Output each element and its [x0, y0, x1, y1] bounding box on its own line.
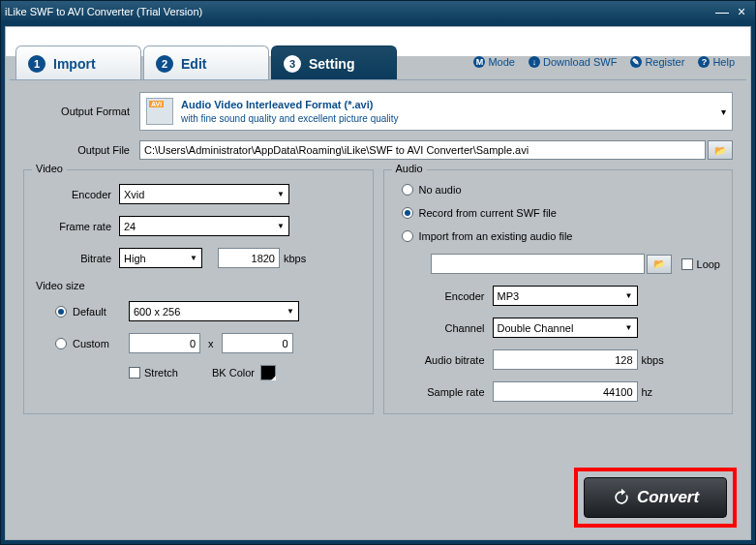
video-bitrate-preset-select[interactable]: High▼	[119, 248, 202, 268]
video-bitrate-label: Bitrate	[36, 253, 119, 264]
x-separator: x	[208, 338, 214, 349]
chevron-down-icon: ▼	[625, 323, 633, 332]
chevron-down-icon: ▼	[277, 222, 285, 230]
close-icon[interactable]: ×	[732, 4, 751, 19]
chevron-down-icon: ▼	[190, 254, 197, 262]
import-audio-label: Import from an existing audio file	[419, 230, 573, 242]
convert-highlight: Convert	[574, 468, 737, 528]
hz-unit: hz	[642, 386, 653, 398]
window-title: iLike SWF to AVI Converter (Trial Versio…	[5, 6, 202, 17]
step-1-icon: 1	[28, 55, 45, 73]
custom-label: Custom	[73, 338, 129, 349]
chevron-down-icon: ▾	[721, 106, 726, 117]
samplerate-input[interactable]	[493, 381, 638, 402]
output-format-label: Output Format	[23, 106, 139, 117]
mode-icon: M	[473, 56, 485, 68]
title-bar: iLike SWF to AVI Converter (Trial Versio…	[1, 1, 755, 22]
loop-checkbox[interactable]	[681, 258, 693, 270]
mode-link[interactable]: MMode	[473, 56, 515, 68]
bkcolor-swatch[interactable]	[260, 365, 276, 380]
framerate-label: Frame rate	[36, 221, 119, 232]
no-audio-radio[interactable]	[402, 184, 413, 196]
chevron-down-icon: ▼	[277, 190, 285, 198]
audio-legend: Audio	[392, 163, 427, 174]
no-audio-label: No audio	[419, 184, 462, 196]
audio-file-input[interactable]	[431, 254, 645, 274]
tab-label: Import	[53, 56, 96, 72]
format-title: Audio Video Interleaved Format (*.avi)	[181, 98, 399, 111]
samplerate-label: Sample rate	[396, 386, 493, 398]
download-icon: ↓	[529, 56, 540, 68]
avi-icon: AVI	[146, 98, 173, 125]
framerate-select[interactable]: 24▼	[119, 216, 289, 236]
output-file-input[interactable]	[139, 140, 706, 160]
audio-group: Audio No audio Record from current SWF f…	[383, 169, 734, 414]
register-link[interactable]: ✎Register	[630, 56, 684, 68]
step-2-icon: 2	[156, 55, 173, 73]
custom-size-radio[interactable]	[55, 338, 67, 349]
default-size-radio[interactable]	[55, 306, 67, 318]
audio-browse-button[interactable]: 📂	[647, 255, 672, 274]
convert-icon	[612, 488, 631, 507]
tab-label: Setting	[309, 56, 354, 72]
help-link[interactable]: ?Help	[698, 56, 735, 68]
minimize-icon[interactable]: —	[712, 4, 732, 19]
tab-import[interactable]: 1 Import	[15, 45, 141, 80]
chevron-down-icon: ▼	[625, 291, 633, 300]
browse-button[interactable]: 📂	[708, 140, 733, 160]
output-file-label: Output File	[23, 144, 139, 156]
stretch-label: Stretch	[144, 367, 212, 378]
record-audio-radio[interactable]	[402, 207, 413, 219]
folder-icon: 📂	[714, 145, 726, 156]
channel-select[interactable]: Double Channel▼	[493, 318, 638, 338]
custom-height-input[interactable]	[222, 333, 293, 353]
video-legend: Video	[32, 163, 67, 174]
register-icon: ✎	[630, 56, 642, 68]
format-subtitle: with fine sound quality and excellent pi…	[181, 112, 399, 125]
record-audio-label: Record from current SWF file	[419, 207, 557, 219]
tab-setting[interactable]: 3 Setting	[271, 45, 397, 80]
default-size-select[interactable]: 600 x 256▼	[129, 301, 299, 321]
import-audio-radio[interactable]	[402, 230, 413, 242]
audio-bitrate-input[interactable]	[493, 349, 638, 370]
video-size-label: Video size	[36, 280, 361, 291]
step-3-icon: 3	[284, 55, 301, 73]
help-icon: ?	[698, 56, 710, 68]
tab-edit[interactable]: 2 Edit	[143, 45, 269, 80]
default-label: Default	[73, 306, 129, 318]
convert-label: Convert	[637, 488, 699, 507]
loop-label: Loop	[697, 258, 720, 270]
custom-width-input[interactable]	[129, 333, 200, 353]
kbps-unit: kbps	[642, 354, 664, 366]
convert-button[interactable]: Convert	[584, 477, 727, 518]
audio-encoder-label: Encoder	[396, 290, 493, 302]
folder-icon: 📂	[653, 258, 665, 269]
stretch-checkbox[interactable]	[129, 367, 140, 378]
channel-label: Channel	[396, 322, 493, 334]
video-encoder-label: Encoder	[36, 189, 119, 200]
kbps-unit: kbps	[284, 253, 306, 264]
chevron-down-icon: ▼	[287, 307, 294, 316]
tab-label: Edit	[181, 56, 206, 72]
audio-bitrate-label: Audio bitrate	[396, 354, 493, 366]
audio-encoder-select[interactable]: MP3▼	[493, 286, 638, 306]
video-bitrate-input[interactable]	[218, 248, 280, 268]
download-swf-link[interactable]: ↓Download SWF	[529, 56, 617, 68]
bkcolor-label: BK Color	[212, 367, 255, 378]
output-format-select[interactable]: AVI Audio Video Interleaved Format (*.av…	[139, 92, 733, 131]
video-encoder-select[interactable]: Xvid▼	[119, 184, 289, 204]
video-group: Video Encoder Xvid▼ Frame rate 24▼ Bitra…	[23, 169, 374, 414]
